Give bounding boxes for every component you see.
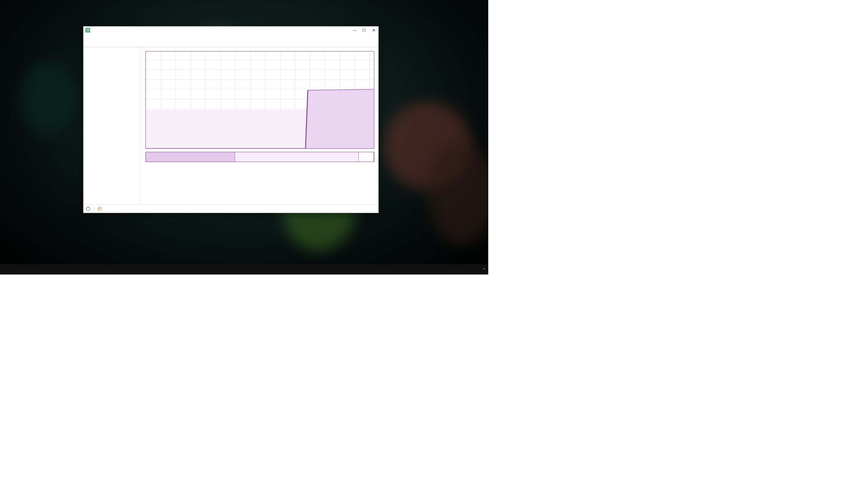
tray-chevron-up-icon[interactable]: ⌃ (481, 268, 487, 271)
menu-bar (83, 34, 378, 40)
desktop[interactable]: ─ ☐ ✕ (0, 0, 488, 274)
close-button[interactable]: ✕ (369, 26, 378, 34)
tab-bar (83, 40, 378, 47)
memory-graph (145, 51, 374, 149)
open-resource-monitor-link[interactable]: ⟳ (98, 207, 103, 211)
fewer-details-button[interactable]: ˄ (86, 207, 91, 211)
minimize-button[interactable]: ─ (350, 26, 359, 34)
memory-composition (145, 152, 374, 162)
perf-sidebar (83, 47, 141, 204)
footer-bar: ˄ | ⟳ (83, 204, 378, 213)
maximize-button[interactable]: ☐ (359, 26, 369, 34)
taskbar[interactable]: ⌃ (0, 264, 488, 274)
taskmgr-icon (85, 28, 90, 33)
task-manager-window[interactable]: ─ ☐ ✕ (83, 26, 379, 213)
titlebar[interactable]: ─ ☐ ✕ (83, 26, 378, 34)
perf-main (141, 47, 378, 204)
